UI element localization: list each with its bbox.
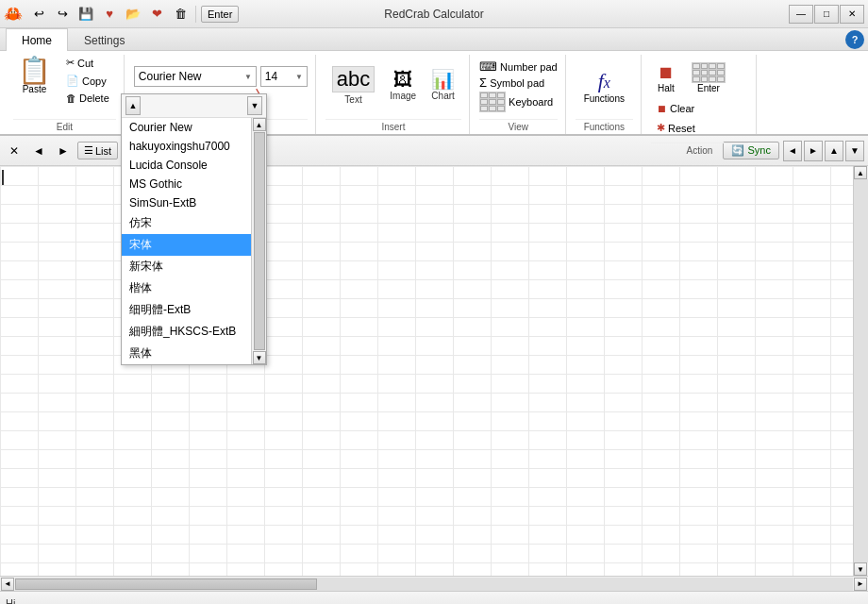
font-list-item[interactable]: 黑体 xyxy=(122,343,266,364)
font-size-display: 14 xyxy=(265,70,277,83)
numpad-row: ⌨ Number pad xyxy=(479,59,558,74)
bottom-scrollbar[interactable]: ◄ ► xyxy=(0,576,868,591)
text-icon: abc xyxy=(332,66,375,92)
paste-icon: 📋 xyxy=(18,58,51,84)
insert-group-content: abc Text 🖼 Image 📊 Chart xyxy=(326,55,461,117)
maximize-button[interactable]: □ xyxy=(814,5,839,24)
font-scroll-down[interactable]: ▼ xyxy=(247,96,262,115)
font-list-item[interactable]: MS Gothic xyxy=(122,175,266,193)
font-list-item[interactable]: Lucida Console xyxy=(122,156,266,175)
font-list-item[interactable]: Courier New xyxy=(122,118,266,137)
tab-home[interactable]: Home xyxy=(6,28,68,51)
sympad-label[interactable]: Symbol pad xyxy=(490,77,544,89)
h-scroll-right[interactable]: ► xyxy=(854,578,867,591)
right-scrollbar[interactable]: ▲ ▼ xyxy=(853,166,868,576)
font-list-item[interactable]: 仿宋 xyxy=(122,212,266,234)
font-list-item[interactable]: hakuyoxingshu7000 xyxy=(122,137,266,156)
functions-button[interactable]: fx Functions xyxy=(576,64,633,109)
font-list-item[interactable]: SimSun-ExtB xyxy=(122,193,266,212)
enter-action-label: Enter xyxy=(697,83,720,93)
sympad-row: Σ Symbol pad xyxy=(479,76,544,90)
copy-button[interactable]: 📄 Copy xyxy=(59,73,116,89)
scroll-down-arrow[interactable]: ▼ xyxy=(253,351,266,364)
font-dropdown-arrow: ▼ xyxy=(244,73,252,81)
cut-button[interactable]: ✂ Cut xyxy=(59,55,116,71)
font-list: Courier Newhakuyoxingshu7000Lucida Conso… xyxy=(122,118,266,364)
font-list-item[interactable]: 细明體-ExtB xyxy=(122,299,266,321)
scroll-right-up[interactable]: ▲ xyxy=(854,166,867,179)
scroll-up-arrow[interactable]: ▲ xyxy=(253,118,266,131)
fx-icon: fx xyxy=(598,69,610,93)
font-list-item[interactable]: 細明體_HKSCS-ExtB xyxy=(122,321,266,343)
undo-button[interactable]: ↩ xyxy=(28,4,49,25)
h-scroll-left[interactable]: ◄ xyxy=(1,578,14,591)
h-scroll-thumb[interactable] xyxy=(15,579,317,590)
redo-button[interactable]: ↪ xyxy=(52,4,73,25)
close-button[interactable]: ✕ xyxy=(840,5,864,24)
edit-group-label: Edit xyxy=(13,119,116,134)
fav-button[interactable]: ♥ xyxy=(99,4,120,25)
left-arrow-button[interactable]: ◄ xyxy=(783,141,802,161)
paste-button[interactable]: 📋 Paste xyxy=(13,55,56,97)
clear-label: Clear xyxy=(670,103,694,114)
text-button[interactable]: abc Text xyxy=(326,61,381,110)
heart2-button[interactable]: ❤ xyxy=(146,4,167,25)
font-list-item[interactable]: 楷体 xyxy=(122,277,266,299)
halt-button[interactable]: ⏹ Halt xyxy=(651,59,681,97)
action-group-label: Action xyxy=(651,143,748,158)
enter-action-button[interactable]: Enter xyxy=(685,59,732,97)
copy-icon: 📄 xyxy=(66,75,79,87)
separator xyxy=(195,6,196,23)
sigma-icon: Σ xyxy=(479,76,487,90)
status-bar: Hi xyxy=(0,591,868,604)
small-buttons: ✂ Cut 📄 Copy 🗑 Delete xyxy=(59,55,116,106)
delete-label: Delete xyxy=(79,92,109,104)
font-list-item[interactable]: 宋体 xyxy=(122,234,266,256)
view-group-label: View xyxy=(479,119,558,134)
font-size-selector[interactable]: 14 ▼ xyxy=(260,66,308,87)
sub-arrow2[interactable]: ► xyxy=(53,141,74,161)
scroll-right-down[interactable]: ▼ xyxy=(854,562,867,576)
ribbon-group-functions: fx Functions Functions xyxy=(568,55,642,134)
numpad-label[interactable]: Number pad xyxy=(500,61,558,73)
h-scroll-track xyxy=(15,578,853,591)
font-selector[interactable]: Courier New ▼ xyxy=(134,66,257,87)
image-button[interactable]: 🖼 Image xyxy=(383,65,423,107)
up-arrow-button[interactable]: ▲ xyxy=(825,141,843,161)
clear-button[interactable]: ⏹ Clear xyxy=(651,100,701,117)
scroll-thumb[interactable] xyxy=(254,132,265,350)
reset-button[interactable]: ✱ Reset xyxy=(651,119,701,137)
right-arrow-button[interactable]: ► xyxy=(804,141,823,161)
action-group-content: ⏹ Halt Enter ⏹ Clear xyxy=(651,55,748,141)
chart-icon: 📊 xyxy=(431,70,455,89)
open-button[interactable]: 📂 xyxy=(123,4,143,25)
numpad-icon: ⌨ xyxy=(479,59,497,74)
quick-toolbar: ↩ ↪ 💾 ♥ 📂 ❤ 🗑 Enter xyxy=(28,4,239,25)
cursor xyxy=(2,170,4,185)
window-controls: — □ ✕ xyxy=(789,5,864,24)
chart-button[interactable]: 📊 Chart xyxy=(425,65,461,107)
font-scroll-up[interactable]: ▲ xyxy=(125,96,141,115)
delete-small-button[interactable]: 🗑 Delete xyxy=(59,91,116,106)
font-list-item[interactable]: 新宋体 xyxy=(122,256,266,277)
sub-arrow1[interactable]: ◄ xyxy=(28,141,49,161)
save-button[interactable]: 💾 xyxy=(75,4,96,25)
ribbon-group-action: ⏹ Halt Enter ⏹ Clear xyxy=(643,55,757,134)
right-scroll-track xyxy=(854,179,868,562)
list-button[interactable]: ☰ List xyxy=(77,142,118,159)
font-size-arrow: ▼ xyxy=(295,73,303,81)
action-small-btns: ⏹ Clear ✱ Reset xyxy=(651,100,701,137)
close-sub-button[interactable]: ✕ xyxy=(4,141,25,161)
keyboard-label[interactable]: Keyboard xyxy=(509,96,553,108)
down-arrow-button[interactable]: ▼ xyxy=(845,141,864,161)
halt-icon: ⏹ xyxy=(658,63,675,83)
delete-button[interactable]: 🗑 xyxy=(170,4,191,25)
tab-settings[interactable]: Settings xyxy=(68,28,141,51)
list-icon: ☰ xyxy=(84,144,93,157)
font-scrollbar[interactable]: ▲ ▼ xyxy=(251,118,266,364)
minimize-button[interactable]: — xyxy=(789,5,813,24)
copy-label: Copy xyxy=(82,76,107,87)
enter-quick-button[interactable]: Enter xyxy=(201,6,239,23)
cut-label: Cut xyxy=(77,58,93,69)
help-button[interactable]: ? xyxy=(845,30,864,49)
